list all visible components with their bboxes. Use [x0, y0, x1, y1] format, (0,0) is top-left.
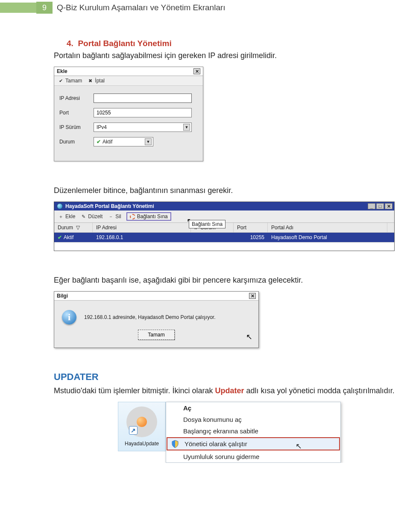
close-button[interactable]: ✕	[385, 203, 392, 209]
row-check-icon: ✔	[58, 234, 62, 240]
table-row[interactable]: ✔Aktif 192.168.0.1 10255 Hayadasoft Demo…	[54, 233, 394, 242]
info-dialog: Bilgi ✕ i 192.168.0.1 adresinde, Hayadas…	[54, 291, 259, 348]
sil-label: Sil	[115, 213, 121, 219]
col-name[interactable]: Portal Adı	[268, 223, 387, 232]
app-icon	[57, 203, 63, 209]
manager-title: HayadaSoft Portal Bağlantı Yönetimi	[65, 203, 154, 209]
plus-icon: ＋	[58, 213, 64, 219]
window-buttons: _ □ ✕	[368, 203, 392, 209]
text-after-add: Düzenlemeler bitince, bağlantının sınanm…	[54, 185, 395, 196]
orb-icon	[137, 417, 147, 427]
cursor-icon: ↖	[296, 441, 302, 451]
close-icon[interactable]: ✕	[249, 293, 256, 299]
shortcut-tile[interactable]: ↗ HayadaUpdate	[118, 402, 166, 451]
edit-icon: ✎	[80, 213, 86, 219]
context-menu-mock: ↗ HayadaUpdate Aç Dosya konumunu aç Başl…	[118, 402, 395, 463]
durum-value: Aktif	[102, 139, 112, 145]
add-dialog: Ekle ✕ ✔ Tamam ✖ İptal IP Adresi Port	[54, 67, 203, 161]
row-port: 10255	[234, 233, 268, 242]
page-header: 9 Q-Biz Kurulum Aşamaları ve Yönetim Ekr…	[0, 0, 410, 15]
info-message: 192.168.0.1 adresinde, Hayadasoft Demo P…	[84, 314, 216, 320]
ctx-item-open-location[interactable]: Dosya konumunu aç	[166, 414, 340, 425]
section-intro: Portalın bağlantı sağlayabilmesi için ge…	[54, 50, 395, 61]
duzelt-label: Düzelt	[88, 213, 102, 219]
page-title: Q-Biz Kurulum Aşamaları ve Yönetim Ekran…	[57, 3, 226, 12]
info-titlebar: Bilgi ✕	[54, 292, 258, 301]
header-gutter	[0, 3, 36, 13]
cancel-icon: ✖	[87, 78, 93, 84]
check-icon: ✔	[58, 78, 64, 84]
status-check-icon: ✔	[97, 139, 101, 145]
iptal-label: İptal	[95, 78, 105, 84]
section-heading: 4. Portal Bağlantı Yönetimi	[67, 39, 395, 48]
tamam-label: Tamam	[65, 78, 82, 84]
shortcut-label: HayadaUpdate	[123, 441, 161, 447]
ip-input[interactable]	[94, 94, 192, 103]
row-name: Hayadasoft Demo Portal	[268, 233, 387, 242]
ekle-button[interactable]: ＋ Ekle	[58, 213, 75, 219]
ekle-label: Ekle	[65, 213, 75, 219]
ipver-value: IPv4	[97, 124, 107, 130]
grid-empty-area	[54, 242, 394, 251]
close-icon[interactable]: ✕	[193, 68, 200, 74]
section-title: Portal Bağlantı Yönetimi	[78, 39, 171, 48]
manager-titlebar: HayadaSoft Portal Bağlantı Yönetimi _ □ …	[54, 202, 394, 210]
spinner-icon	[130, 214, 135, 219]
shortcut-arrow-icon: ↗	[129, 426, 138, 435]
minimize-button[interactable]: _	[368, 203, 375, 209]
col-durum[interactable]: Durum ▽	[54, 223, 93, 232]
chevron-down-icon: ▼	[145, 138, 152, 145]
label-ipver: IP Sürüm	[59, 124, 94, 130]
manager-toolbar: ＋ Ekle ✎ Düzelt － Sil Bağlantı Sına Bağl…	[54, 210, 394, 223]
updater-pre: Mstudio'daki tüm işlemler bitmiştir. İki…	[54, 386, 215, 395]
port-input[interactable]	[94, 108, 192, 117]
ok-button[interactable]: Tamam	[138, 330, 174, 340]
page-number: 9	[36, 2, 53, 14]
context-menu: Aç Dosya konumunu aç Başlangıç ekranına …	[166, 402, 341, 463]
ctx-item-compat[interactable]: Uyumluluk sorunu giderme	[166, 451, 340, 462]
row-ip: 192.168.0.1	[93, 233, 191, 242]
ctx-runas-label: Yönetici olarak çalıştır	[184, 440, 247, 447]
ipver-combo[interactable]: IPv4 ▼	[94, 123, 192, 132]
col-port[interactable]: Port	[234, 223, 268, 232]
ctx-item-open[interactable]: Aç	[166, 402, 340, 414]
baglantisina-button[interactable]: Bağlantı Sına	[126, 212, 171, 221]
shield-icon	[172, 440, 179, 448]
label-port: Port	[59, 110, 94, 116]
updater-word: Updater	[215, 386, 244, 395]
sil-button[interactable]: － Sil	[108, 213, 121, 219]
cursor-icon: ↖	[246, 332, 252, 342]
col-ip[interactable]: IP Adresi	[93, 223, 191, 232]
chevron-down-icon: ▼	[183, 124, 190, 131]
add-dialog-titlebar: Ekle ✕	[54, 67, 203, 76]
section-number: 4.	[67, 39, 73, 48]
durum-combo[interactable]: ✔Aktif ▼	[94, 137, 153, 146]
label-durum: Durum	[59, 139, 94, 145]
add-dialog-title: Ekle	[57, 68, 67, 74]
iptal-button[interactable]: ✖ İptal	[87, 78, 105, 84]
add-dialog-toolbar: ✔ Tamam ✖ İptal	[54, 76, 203, 86]
updater-heading: UPDATER	[54, 371, 395, 383]
duzelt-button[interactable]: ✎ Düzelt	[80, 213, 102, 219]
tooltip: Bağlantı Sına	[189, 220, 226, 228]
updater-text: Mstudio'daki tüm işlemler bitmiştir. İki…	[54, 385, 395, 397]
add-dialog-form: IP Adresi Port IP Sürüm IPv4 ▼ Durum ✔Ak…	[54, 86, 203, 161]
sina-label: Bağlantı Sına	[137, 213, 168, 219]
row-ipver	[191, 233, 234, 242]
maximize-button[interactable]: □	[376, 203, 384, 209]
tamam-button[interactable]: ✔ Tamam	[58, 78, 82, 84]
shortcut-icon: ↗	[126, 406, 157, 437]
row-durum: Aktif	[64, 234, 73, 240]
info-icon: i	[62, 310, 76, 324]
updater-post: adlı kısa yol yönetici modda çalıştırılm…	[244, 386, 395, 395]
manager-window: HayadaSoft Portal Bağlantı Yönetimi _ □ …	[54, 202, 395, 251]
minus-icon: －	[108, 213, 114, 219]
text-success: Eğer bağlantı başarılı ise, aşağıdaki gi…	[54, 275, 395, 286]
ctx-item-pin[interactable]: Başlangıç ekranına sabitle	[166, 425, 340, 437]
info-title: Bilgi	[57, 293, 68, 299]
ctx-item-run-as-admin[interactable]: Yönetici olarak çalıştır ↖	[167, 437, 340, 450]
label-ip: IP Adresi	[59, 95, 94, 101]
